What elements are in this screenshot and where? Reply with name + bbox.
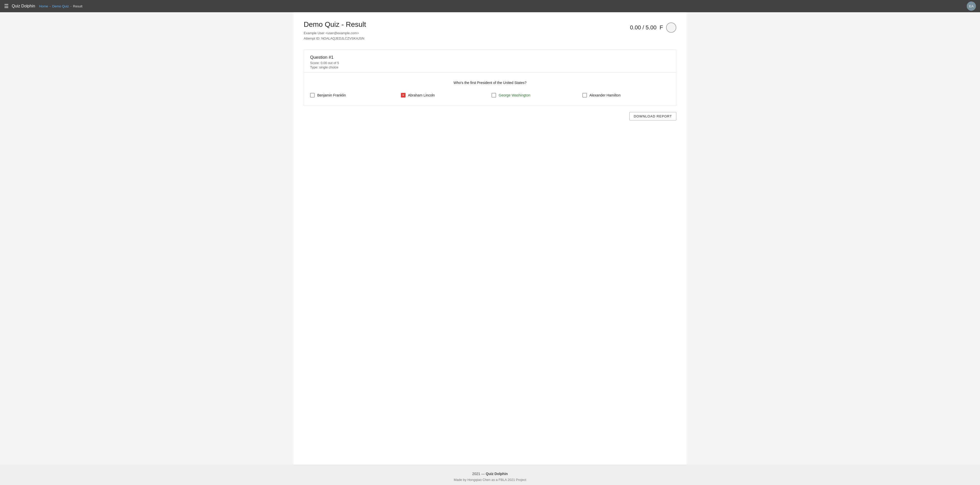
page-title: Demo Quiz - Result (304, 21, 366, 29)
question-header: Question #1 Score: 0.00 out of 5 Type: s… (304, 50, 676, 73)
user-email: Example User <user@example.com> (304, 31, 366, 36)
question-number: Question #1 (310, 55, 670, 60)
breadcrumb-home[interactable]: Home (39, 4, 48, 8)
question-body: Who's the first President of the United … (304, 73, 676, 106)
breadcrumb-separator-2: - (70, 4, 72, 8)
answer-options: Benjamin Franklin✕Abraham LincolnGeorge … (310, 93, 670, 97)
option-checkbox-2 (492, 93, 496, 97)
breadcrumb-current: Result (73, 4, 83, 8)
breadcrumb-separator-1: - (49, 4, 51, 8)
grade-badge: F (660, 24, 663, 31)
user-info: Example User <user@example.com> Attempt … (304, 31, 366, 41)
main-content: Demo Quiz - Result Example User <user@ex… (293, 12, 687, 464)
option-label-2: George Washington (499, 93, 530, 97)
option-label-1: Abraham Lincoln (408, 93, 435, 97)
footer-main: 2021 — Quiz Dolphin (4, 472, 976, 476)
footer-credit: Made by Hongqiao Chen as a FBLA 2021 Pro… (4, 478, 976, 482)
top-navigation: ☰ Quiz Dolphin Home - Demo Quiz - Result… (0, 0, 980, 12)
answer-option: Benjamin Franklin (310, 93, 398, 97)
footer-app-name: Quiz Dolphin (486, 472, 508, 476)
score-display: 0.00 / 5.00 (630, 24, 657, 31)
option-checkbox-3 (582, 93, 587, 97)
option-checkbox-1: ✕ (401, 93, 406, 97)
question-type: Type: single choice (310, 65, 670, 69)
app-title: Quiz Dolphin (12, 4, 35, 8)
attempt-id: Attempt ID: NOALAQJEDJLCZVSKAJSN (304, 36, 366, 41)
grade-circle (666, 22, 676, 33)
question-text: Who's the first President of the United … (310, 81, 670, 85)
answer-option: George Washington (492, 93, 579, 97)
footer-dash: — (481, 472, 486, 476)
option-checkbox-0 (310, 93, 315, 97)
download-area: DOWNLOAD REPORT (304, 112, 676, 121)
avatar[interactable]: EA (967, 2, 976, 11)
answer-option: ✕Abraham Lincoln (401, 93, 489, 97)
question-score: Score: 0.00 out of 5 (310, 61, 670, 65)
option-label-3: Alexander Hamilton (590, 93, 620, 97)
breadcrumb: Home - Demo Quiz - Result (39, 4, 83, 8)
option-label-0: Benjamin Franklin (317, 93, 346, 97)
answer-option: Alexander Hamilton (582, 93, 670, 97)
question-card: Question #1 Score: 0.00 out of 5 Type: s… (304, 49, 676, 106)
page-header-left: Demo Quiz - Result Example User <user@ex… (304, 21, 366, 41)
page-header-right: 0.00 / 5.00 F (630, 21, 676, 33)
menu-icon[interactable]: ☰ (4, 3, 9, 9)
download-report-button[interactable]: DOWNLOAD REPORT (629, 112, 676, 121)
page-header: Demo Quiz - Result Example User <user@ex… (304, 21, 676, 41)
breadcrumb-quiz[interactable]: Demo Quiz (52, 4, 69, 8)
footer-year: 2021 (472, 472, 480, 476)
footer: 2021 — Quiz Dolphin Made by Hongqiao Che… (0, 464, 980, 485)
